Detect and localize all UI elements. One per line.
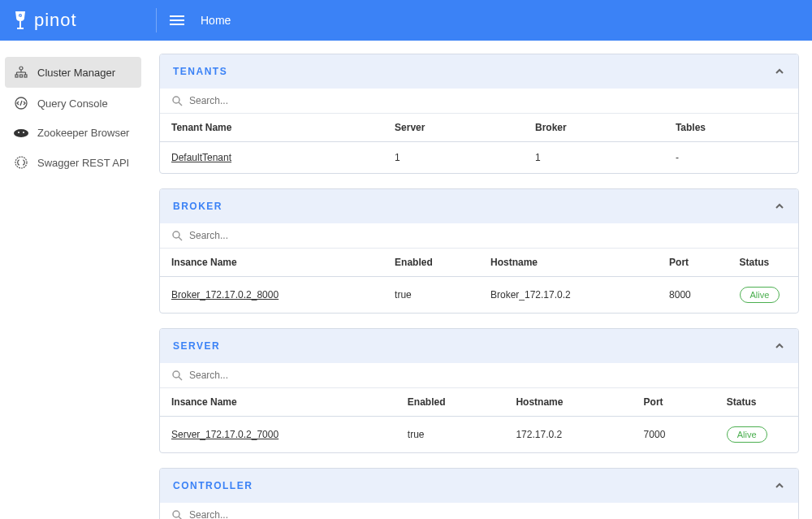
tenants-table: Tenant Name Server Broker Tables Default… bbox=[160, 114, 798, 173]
svg-point-4 bbox=[19, 67, 23, 70]
logo-text: pinot bbox=[34, 10, 77, 31]
search-icon bbox=[171, 370, 183, 381]
chevron-up-icon bbox=[774, 66, 785, 77]
svg-rect-7 bbox=[24, 75, 27, 77]
tenant-link[interactable]: DefaultTenant bbox=[171, 152, 231, 163]
svg-point-24 bbox=[173, 511, 179, 517]
svg-line-19 bbox=[179, 102, 182, 106]
code-icon bbox=[13, 96, 29, 110]
table-row: DefaultTenant 1 1 - bbox=[160, 142, 798, 174]
search-icon bbox=[171, 509, 183, 519]
sidebar-item-label: Query Console bbox=[37, 97, 108, 110]
cluster-icon bbox=[13, 65, 29, 80]
server-table: Insance Name Enabled Hostname Port Statu… bbox=[160, 388, 798, 452]
svg-point-14 bbox=[14, 129, 28, 137]
sidebar-item-label: Cluster Manager bbox=[37, 67, 115, 79]
cell-tables: - bbox=[664, 142, 798, 174]
svg-point-15 bbox=[18, 132, 19, 133]
col-broker: Broker bbox=[524, 114, 664, 142]
col-port: Port bbox=[658, 249, 728, 277]
status-badge: Alive bbox=[740, 287, 780, 303]
chevron-up-icon bbox=[774, 340, 785, 352]
broker-table: Insance Name Enabled Hostname Port Statu… bbox=[160, 249, 798, 313]
tenants-panel-header[interactable]: TENANTS bbox=[160, 54, 798, 89]
svg-line-13 bbox=[20, 101, 22, 106]
col-status: Status bbox=[715, 388, 798, 417]
wine-glass-icon: P bbox=[13, 10, 28, 31]
tenants-panel: TENANTS Tenant Name Server Broker Tab bbox=[159, 54, 799, 174]
sidebar-item-zookeeper[interactable]: Zookeeper Browser bbox=[5, 119, 141, 147]
sidebar-item-swagger[interactable]: Swagger REST API bbox=[5, 147, 141, 178]
cell-hostname: Broker_172.17.0.2 bbox=[479, 277, 658, 314]
svg-line-21 bbox=[179, 237, 182, 240]
cell-broker: 1 bbox=[524, 142, 664, 174]
panel-title: BROKER bbox=[173, 201, 222, 212]
col-status: Status bbox=[728, 249, 798, 277]
table-row: Server_172.17.0.2_7000 true 172.17.0.2 7… bbox=[160, 417, 798, 453]
col-enabled: Enabled bbox=[383, 249, 479, 277]
status-badge: Alive bbox=[727, 426, 767, 443]
svg-line-23 bbox=[179, 377, 182, 380]
menu-icon[interactable] bbox=[170, 15, 184, 25]
sidebar: Cluster Manager Query Console bbox=[0, 41, 146, 519]
controller-panel: CONTROLLER Insance Name Enabled Hostname bbox=[159, 468, 799, 519]
col-server: Server bbox=[383, 114, 524, 142]
app-header: P pinot Home bbox=[0, 0, 812, 41]
sidebar-item-cluster-manager[interactable]: Cluster Manager bbox=[5, 57, 141, 88]
controller-search-input[interactable] bbox=[189, 509, 787, 519]
tenants-search bbox=[160, 89, 798, 114]
panel-title: SERVER bbox=[173, 340, 220, 352]
col-hostname: Hostname bbox=[504, 388, 632, 417]
col-instance-name: Insance Name bbox=[160, 388, 396, 417]
instance-link[interactable]: Broker_172.17.0.2_8000 bbox=[171, 289, 279, 301]
svg-rect-6 bbox=[20, 75, 23, 77]
zookeeper-icon bbox=[13, 128, 29, 139]
svg-point-18 bbox=[173, 97, 179, 103]
logo-area: P pinot bbox=[13, 10, 143, 31]
server-panel-header[interactable]: SERVER bbox=[160, 329, 798, 363]
instance-link[interactable]: Server_172.17.0.2_7000 bbox=[171, 429, 279, 440]
col-port: Port bbox=[633, 388, 715, 417]
col-enabled: Enabled bbox=[396, 388, 505, 417]
chevron-up-icon bbox=[774, 201, 785, 212]
broker-panel-header[interactable]: BROKER bbox=[160, 189, 798, 223]
panel-title: TENANTS bbox=[173, 66, 227, 77]
cell-status: Alive bbox=[728, 277, 798, 314]
cell-enabled: true bbox=[396, 417, 505, 453]
col-instance-name: Insance Name bbox=[160, 249, 383, 277]
panel-title: CONTROLLER bbox=[173, 480, 253, 491]
main-layout: Cluster Manager Query Console bbox=[0, 41, 812, 519]
cell-port: 7000 bbox=[633, 417, 715, 453]
cell-server: 1 bbox=[383, 142, 524, 174]
sidebar-item-label: Swagger REST API bbox=[37, 157, 129, 169]
col-tables: Tables bbox=[664, 114, 798, 142]
server-search-input[interactable] bbox=[189, 370, 787, 381]
content-area: TENANTS Tenant Name Server Broker Tab bbox=[146, 41, 812, 519]
cell-hostname: 172.17.0.2 bbox=[504, 417, 632, 453]
broker-search-input[interactable] bbox=[189, 230, 787, 241]
server-panel: SERVER Insance Name Enabled Hostname bbox=[159, 328, 799, 453]
cell-port: 8000 bbox=[658, 277, 728, 314]
header-divider bbox=[156, 8, 157, 32]
server-search bbox=[160, 363, 798, 388]
svg-point-16 bbox=[23, 132, 24, 133]
controller-panel-header[interactable]: CONTROLLER bbox=[160, 469, 798, 503]
tenants-search-input[interactable] bbox=[189, 95, 787, 106]
broker-panel: BROKER Insance Name Enabled Hostname bbox=[159, 188, 799, 314]
broker-search bbox=[160, 223, 798, 249]
sidebar-item-label: Zookeeper Browser bbox=[37, 127, 129, 139]
svg-text:P: P bbox=[19, 14, 22, 18]
cell-enabled: true bbox=[383, 277, 479, 314]
page-title: Home bbox=[201, 14, 231, 27]
cell-status: Alive bbox=[715, 417, 798, 453]
col-hostname: Hostname bbox=[479, 249, 658, 277]
controller-search bbox=[160, 503, 798, 519]
svg-point-20 bbox=[173, 231, 179, 238]
braces-icon bbox=[13, 155, 29, 170]
search-icon bbox=[171, 230, 183, 241]
sidebar-item-query-console[interactable]: Query Console bbox=[5, 88, 141, 119]
col-tenant-name: Tenant Name bbox=[160, 114, 383, 142]
svg-point-22 bbox=[173, 371, 179, 378]
chevron-up-icon bbox=[774, 480, 785, 491]
search-icon bbox=[171, 95, 183, 106]
